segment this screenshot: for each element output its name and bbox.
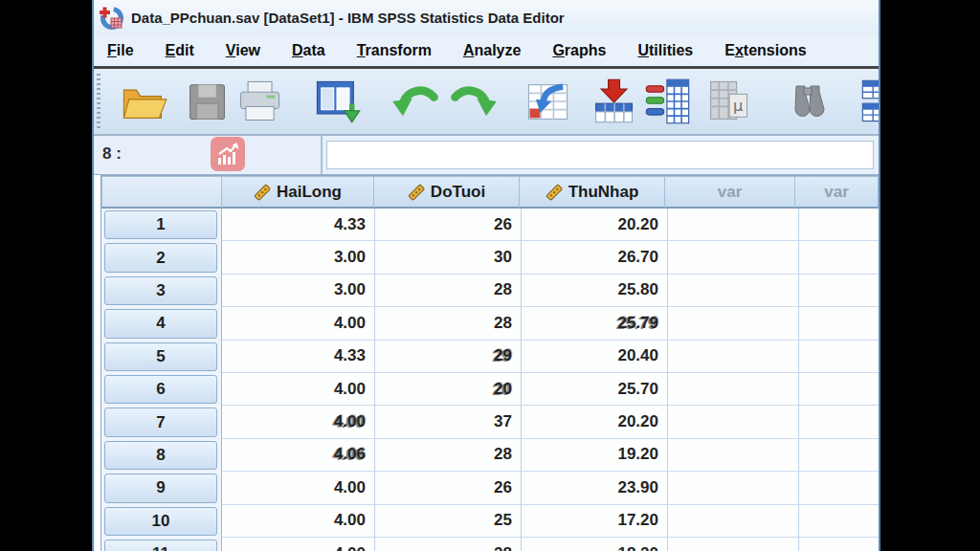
- data-cell[interactable]: 17.20: [522, 505, 668, 538]
- row-header-3[interactable]: 3: [101, 275, 222, 307]
- recall-dialogs-icon[interactable]: [312, 77, 362, 126]
- data-cell[interactable]: [668, 373, 799, 406]
- data-cell[interactable]: 26.70: [522, 241, 668, 274]
- data-cell[interactable]: 37: [375, 406, 522, 438]
- row-number: 11: [104, 540, 217, 551]
- data-cell[interactable]: 4.00: [222, 505, 375, 538]
- table-row: 94.002623.90: [101, 472, 879, 504]
- data-cell[interactable]: [799, 439, 880, 472]
- data-cell[interactable]: [799, 241, 880, 274]
- row-header-5[interactable]: 5: [101, 341, 222, 373]
- row-header-4[interactable]: 4: [101, 307, 222, 340]
- data-cell[interactable]: [668, 341, 799, 373]
- column-header-thunhap[interactable]: ThuNhap: [519, 176, 665, 209]
- row-header-7[interactable]: 7: [101, 406, 222, 438]
- data-cell[interactable]: 4.00: [222, 472, 375, 504]
- data-cell[interactable]: 4.06: [222, 439, 375, 472]
- column-header-hailong[interactable]: HaiLong: [221, 176, 374, 209]
- grid-corner-cell[interactable]: [101, 176, 222, 209]
- data-cell[interactable]: [668, 439, 799, 472]
- data-cell[interactable]: [668, 275, 799, 307]
- row-header-11[interactable]: 11: [101, 538, 222, 551]
- column-header-var[interactable]: var: [794, 176, 879, 209]
- data-cell[interactable]: [799, 373, 880, 406]
- data-cell[interactable]: 4.00: [222, 373, 375, 406]
- data-cell[interactable]: 4.00: [222, 538, 375, 551]
- data-cell[interactable]: 4.00: [222, 406, 375, 438]
- data-cell[interactable]: [799, 406, 880, 438]
- data-cell[interactable]: 18.20: [522, 538, 668, 551]
- open-data-icon[interactable]: [119, 77, 168, 126]
- menu-edit[interactable]: Edit: [166, 42, 194, 59]
- data-cell[interactable]: [668, 472, 799, 504]
- menu-extensions[interactable]: Extensions: [724, 42, 806, 59]
- data-cell[interactable]: 20.20: [522, 406, 668, 438]
- data-cell[interactable]: [799, 341, 880, 373]
- data-cell[interactable]: 4.33: [222, 341, 375, 373]
- menu-transform[interactable]: Transform: [357, 42, 432, 59]
- data-cell[interactable]: 20.20: [522, 209, 668, 241]
- data-cell[interactable]: 4.33: [222, 209, 375, 241]
- menu-graphs[interactable]: Graphs: [552, 42, 606, 59]
- data-cell[interactable]: [799, 307, 880, 340]
- data-cell[interactable]: [799, 275, 880, 307]
- data-cell[interactable]: 26: [375, 209, 522, 241]
- data-cell[interactable]: 4.00: [222, 307, 375, 340]
- data-cell[interactable]: 30: [375, 241, 522, 274]
- variables-icon[interactable]: [643, 77, 693, 126]
- row-header-6[interactable]: 6: [101, 373, 222, 406]
- save-icon[interactable]: [182, 77, 232, 126]
- data-cell[interactable]: [668, 505, 799, 538]
- row-number: 1: [104, 210, 217, 239]
- menu-bar: FileEditViewDataTransformAnalyzeGraphsUt…: [94, 34, 879, 69]
- data-cell[interactable]: 20: [375, 373, 522, 406]
- column-header-dotuoi[interactable]: DoTuoi: [373, 176, 520, 209]
- data-cell[interactable]: [668, 307, 799, 340]
- data-cell[interactable]: [668, 406, 799, 438]
- go-to-variable-icon[interactable]: [589, 77, 638, 126]
- row-header-10[interactable]: 10: [101, 505, 222, 538]
- menu-data[interactable]: Data: [292, 42, 325, 59]
- table-row: 33.002825.80: [101, 275, 879, 307]
- redo-icon[interactable]: [449, 77, 499, 126]
- undo-icon[interactable]: [390, 77, 440, 126]
- data-cell[interactable]: 29: [375, 341, 522, 373]
- print-icon[interactable]: [234, 77, 284, 126]
- data-cell[interactable]: [799, 472, 880, 504]
- row-header-8[interactable]: 8: [101, 439, 222, 472]
- descriptive-statistics-icon[interactable]: μ: [703, 77, 753, 126]
- toolbar-drag-handle[interactable]: [97, 74, 100, 129]
- data-cell[interactable]: [668, 538, 799, 551]
- data-cell[interactable]: [799, 209, 880, 241]
- column-header-var[interactable]: var: [664, 176, 795, 209]
- data-cell[interactable]: 26: [375, 472, 522, 504]
- data-cell[interactable]: 3.00: [222, 241, 375, 274]
- data-cell[interactable]: 28: [375, 538, 522, 551]
- data-cell[interactable]: 28: [375, 439, 522, 472]
- row-header-9[interactable]: 9: [101, 472, 222, 504]
- menu-utilities[interactable]: Utilities: [637, 42, 693, 59]
- data-cell[interactable]: 23.90: [522, 472, 668, 504]
- data-cell[interactable]: 20.40: [522, 341, 668, 373]
- cell-editor-input[interactable]: [326, 141, 874, 169]
- split-file-icon[interactable]: [858, 77, 880, 126]
- data-cell[interactable]: 25: [375, 505, 522, 538]
- data-cell[interactable]: 3.00: [222, 275, 375, 307]
- data-cell[interactable]: [668, 241, 799, 274]
- go-to-case-icon[interactable]: [523, 77, 573, 126]
- row-header-2[interactable]: 2: [101, 241, 222, 274]
- menu-analyze[interactable]: Analyze: [463, 42, 521, 59]
- data-cell[interactable]: 19.20: [522, 439, 668, 472]
- menu-view[interactable]: View: [226, 42, 260, 59]
- row-header-1[interactable]: 1: [101, 209, 222, 241]
- data-cell[interactable]: 28: [375, 307, 522, 340]
- menu-file[interactable]: File: [107, 42, 134, 59]
- data-cell[interactable]: 28: [375, 275, 522, 307]
- data-cell[interactable]: [668, 209, 799, 241]
- data-cell[interactable]: 25.79: [522, 307, 668, 340]
- data-cell[interactable]: 25.70: [522, 373, 668, 406]
- data-cell[interactable]: 25.80: [522, 275, 668, 307]
- data-cell[interactable]: [799, 538, 880, 551]
- find-icon[interactable]: [789, 77, 827, 126]
- data-cell[interactable]: [799, 505, 880, 538]
